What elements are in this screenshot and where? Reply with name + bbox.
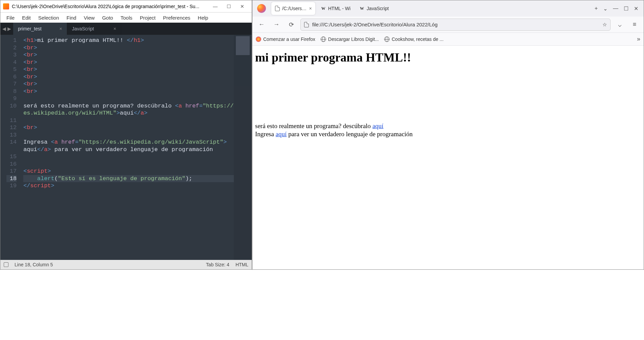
menu-find[interactable]: Find [63,14,80,22]
tab-nav-arrows[interactable]: ◀ ▶ [0,23,13,35]
code-line[interactable] [23,95,233,102]
code-line[interactable]: aquí</a> para ver un verdadero lenguaje … [23,146,233,153]
editor-tab[interactable]: primer_test× [13,23,67,35]
page-body: será esto realmente un programa? descúbr… [255,122,641,138]
tab-label: primer_test [18,26,42,31]
tab-close-icon[interactable]: × [114,26,116,31]
forward-button[interactable]: → [271,19,282,30]
firefox-tab-controls: + ⌄ — ☐ ✕ [591,5,642,12]
code-line[interactable]: <br> [23,44,233,52]
line-number: 13 [6,131,17,139]
menu-view[interactable]: View [80,14,98,22]
code-line[interactable] [23,161,233,168]
minimap[interactable] [234,35,252,260]
line-number: 11 [6,117,17,124]
back-button[interactable]: ← [256,19,267,30]
code-line[interactable]: <br> [23,73,233,81]
status-position: Line 18, Column 5 [15,262,53,267]
code-area[interactable]: <h1>mi primer programa HTML!! </h1><br><… [20,35,233,260]
bookmark-item[interactable]: Descargar Libros Digit... [321,37,379,42]
sublime-window: C:\Users\jek-2\OneDrive\Escritorio\Alura… [0,0,252,270]
menu-tools[interactable]: Tools [117,14,136,22]
pocket-button[interactable]: ⌵ [614,19,625,30]
tab-close-icon[interactable]: × [59,26,62,31]
code-line[interactable]: </script> [23,182,233,190]
sublime-statusbar: Line 18, Column 5 Tab Size: 4 HTML [0,260,252,269]
editor-tab[interactable]: JavaScript× [67,23,121,35]
code-line[interactable]: alert("Esto sí es lenguaje de programaci… [23,175,233,183]
code-line[interactable] [23,131,233,139]
firefox-window: /C:/Users/jek×WHTML - WiWJavaScript + ⌄ … [252,0,644,270]
menu-file[interactable]: File [3,14,18,22]
bookmarks-overflow-button[interactable]: » [637,35,640,43]
status-language[interactable]: HTML [236,262,248,267]
firefox-logo-icon [257,4,266,13]
code-line[interactable]: <br> [23,88,233,95]
app-menu-button[interactable]: ≡ [629,19,640,30]
sublime-app-icon [3,3,9,9]
maximize-button[interactable]: ☐ [225,3,232,10]
line-number [6,110,17,117]
status-icon[interactable] [4,262,8,267]
browser-tab[interactable]: WHTML - Wi [317,2,354,15]
tab-label: HTML - Wi [328,6,350,11]
maximize-button[interactable]: ☐ [624,5,628,12]
line-number: 14 [6,139,17,146]
bookmark-label: Comenzar a usar Firefox [263,37,315,42]
bookmark-item[interactable]: Comenzar a usar Firefox [256,37,315,42]
code-line[interactable]: Ingresa <a href="https://es.wikipedia.or… [23,139,233,146]
menu-preferences[interactable]: Preferences [159,14,194,22]
firefox-tabbar: /C:/Users/jek×WHTML - WiWJavaScript + ⌄ … [252,0,644,17]
close-button[interactable]: ✕ [634,5,638,12]
document-icon [275,6,280,11]
sublime-menubar: FileEditSelectionFindViewGotoToolsProjec… [0,13,252,23]
menu-goto[interactable]: Goto [99,14,117,22]
new-tab-button[interactable]: + [595,5,598,11]
bookmarks-toolbar: Comenzar a usar FirefoxDescargar Libros … [252,33,644,46]
minimize-button[interactable]: — [613,5,618,11]
link-aqui-2[interactable]: aquí [276,130,287,138]
code-line[interactable]: <h1>mi primer programa HTML!! </h1> [23,37,233,44]
menu-edit[interactable]: Edit [19,14,34,22]
link-aqui-1[interactable]: aquí [372,122,383,129]
browser-tab[interactable]: WJavaScript [356,2,392,15]
menu-project[interactable]: Project [137,14,159,22]
line-number: 17 [6,168,17,175]
status-tabsize[interactable]: Tab Size: 4 [206,262,229,267]
wikipedia-icon: W [321,6,326,11]
code-line[interactable]: <br> [23,66,233,73]
menu-selection[interactable]: Selection [35,14,63,22]
code-line[interactable]: <script> [23,168,233,175]
code-line[interactable]: <br> [23,124,233,131]
tab-close-icon[interactable]: × [309,6,312,11]
minimize-button[interactable]: — [212,3,219,10]
reload-button[interactable]: ⟳ [286,19,297,30]
menu-help[interactable]: Help [194,14,212,22]
line-number: 5 [6,66,17,73]
browser-tab[interactable]: /C:/Users/jek× [271,2,315,15]
code-line[interactable] [23,153,233,161]
firefox-toolbar: ← → ⟳ file:///C:/Users/jek-2/OneDrive/Es… [252,17,644,33]
tab-list-button[interactable]: ⌄ [603,5,608,12]
bookmark-label: Cookshow, recetas de ... [392,37,443,42]
code-line[interactable]: será esto realmente un programa? descúbr… [23,102,233,110]
editor-area[interactable]: 12345678910111213141516171819 <h1>mi pri… [0,35,252,260]
code-line[interactable]: <br> [23,59,233,66]
code-line[interactable]: <br> [23,80,233,88]
line-number: 15 [6,153,17,161]
code-line[interactable]: es.wikipedia.org/wiki/HTML">aquí</a> [23,110,233,117]
line-number [6,146,17,153]
bookmark-item[interactable]: Cookshow, recetas de ... [384,37,443,42]
gutter-marks [0,35,6,260]
url-bar[interactable]: file:///C:/Users/jek-2/OneDrive/Escritor… [300,19,611,31]
line-number: 4 [6,59,17,66]
close-button[interactable]: ✕ [239,3,246,10]
line-number: 18 [6,175,17,183]
code-line[interactable] [23,117,233,124]
globe-icon [321,37,326,42]
bookmark-star-icon[interactable]: ☆ [602,22,607,28]
sublime-title: C:\Users\jek-2\OneDrive\Escritorio\Alura… [12,4,208,9]
code-line[interactable]: <br> [23,51,233,59]
line-number: 7 [6,80,17,88]
line-number: 9 [6,95,17,102]
